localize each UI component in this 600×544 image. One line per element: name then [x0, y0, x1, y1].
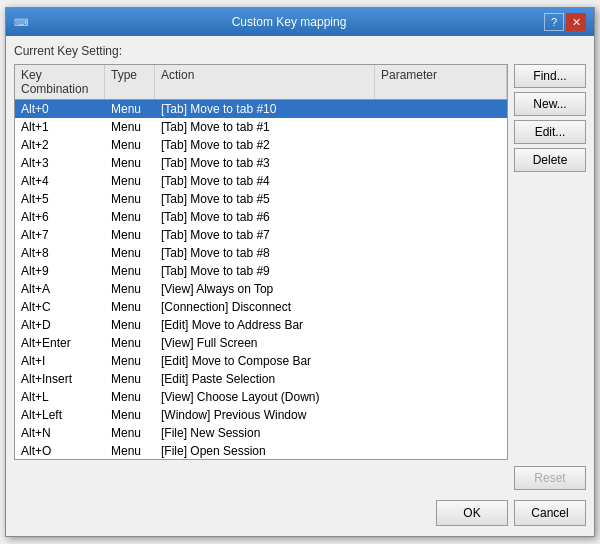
cell-param: [375, 216, 507, 218]
cell-key: Alt+Left: [15, 407, 105, 423]
header-parameter: Parameter: [375, 65, 507, 99]
cell-action: [Tab] Move to tab #1: [155, 119, 375, 135]
cell-action: [Connection] Disconnect: [155, 299, 375, 315]
cell-param: [375, 432, 507, 434]
table-row[interactable]: Alt+I Menu [Edit] Move to Compose Bar: [15, 352, 507, 370]
find-button[interactable]: Find...: [514, 64, 586, 88]
cell-type: Menu: [105, 137, 155, 153]
ok-button[interactable]: OK: [436, 500, 508, 526]
cell-key: Alt+5: [15, 191, 105, 207]
cell-type: Menu: [105, 389, 155, 405]
cell-action: [File] New Session: [155, 425, 375, 441]
table-row[interactable]: Alt+O Menu [File] Open Session: [15, 442, 507, 459]
table-row[interactable]: Alt+Insert Menu [Edit] Paste Selection: [15, 370, 507, 388]
cell-type: Menu: [105, 317, 155, 333]
table-row[interactable]: Alt+9 Menu [Tab] Move to tab #9: [15, 262, 507, 280]
cell-action: [Tab] Move to tab #10: [155, 101, 375, 117]
cell-action: [Window] Previous Window: [155, 407, 375, 423]
cell-type: Menu: [105, 245, 155, 261]
table-row[interactable]: Alt+2 Menu [Tab] Move to tab #2: [15, 136, 507, 154]
delete-button[interactable]: Delete: [514, 148, 586, 172]
cell-key: Alt+7: [15, 227, 105, 243]
cell-param: [375, 198, 507, 200]
cell-key: Alt+O: [15, 443, 105, 459]
edit-button[interactable]: Edit...: [514, 120, 586, 144]
cell-type: Menu: [105, 371, 155, 387]
cell-type: Menu: [105, 425, 155, 441]
cell-type: Menu: [105, 173, 155, 189]
cell-param: [375, 414, 507, 416]
cell-type: Menu: [105, 443, 155, 459]
cell-param: [375, 396, 507, 398]
cell-key: Alt+Insert: [15, 371, 105, 387]
reset-button[interactable]: Reset: [514, 466, 586, 490]
cell-type: Menu: [105, 335, 155, 351]
cell-param: [375, 342, 507, 344]
cell-param: [375, 126, 507, 128]
side-buttons: Find... New... Edit... Delete: [514, 64, 586, 460]
cell-key: Alt+8: [15, 245, 105, 261]
table-row[interactable]: Alt+A Menu [View] Always on Top: [15, 280, 507, 298]
cell-key: Alt+Enter: [15, 335, 105, 351]
main-area: Key Combination Type Action Parameter Al…: [14, 64, 586, 460]
table-row[interactable]: Alt+8 Menu [Tab] Move to tab #8: [15, 244, 507, 262]
table-row[interactable]: Alt+0 Menu [Tab] Move to tab #10: [15, 100, 507, 118]
new-button[interactable]: New...: [514, 92, 586, 116]
app-icon: ⌨: [14, 17, 34, 28]
table-header: Key Combination Type Action Parameter: [15, 65, 507, 100]
table-row[interactable]: Alt+5 Menu [Tab] Move to tab #5: [15, 190, 507, 208]
table-row[interactable]: Alt+3 Menu [Tab] Move to tab #3: [15, 154, 507, 172]
dialog-title: Custom Key mapping: [34, 15, 544, 29]
table-row[interactable]: Alt+Enter Menu [View] Full Screen: [15, 334, 507, 352]
bottom-buttons: OK Cancel: [14, 496, 586, 528]
cell-type: Menu: [105, 209, 155, 225]
table-row[interactable]: Alt+7 Menu [Tab] Move to tab #7: [15, 226, 507, 244]
cell-key: Alt+3: [15, 155, 105, 171]
cell-param: [375, 180, 507, 182]
cell-action: [Tab] Move to tab #2: [155, 137, 375, 153]
cell-param: [375, 360, 507, 362]
cell-action: [Tab] Move to tab #7: [155, 227, 375, 243]
cell-param: [375, 450, 507, 452]
cell-param: [375, 378, 507, 380]
cell-key: Alt+A: [15, 281, 105, 297]
table-scroll[interactable]: Alt+0 Menu [Tab] Move to tab #10 Alt+1 M…: [15, 100, 507, 459]
table-row[interactable]: Alt+L Menu [View] Choose Layout (Down): [15, 388, 507, 406]
cell-param: [375, 108, 507, 110]
table-row[interactable]: Alt+1 Menu [Tab] Move to tab #1: [15, 118, 507, 136]
cell-type: Menu: [105, 281, 155, 297]
table-row[interactable]: Alt+Left Menu [Window] Previous Window: [15, 406, 507, 424]
cell-param: [375, 234, 507, 236]
cell-type: Menu: [105, 227, 155, 243]
table-row[interactable]: Alt+D Menu [Edit] Move to Address Bar: [15, 316, 507, 334]
current-key-setting-label: Current Key Setting:: [14, 44, 586, 58]
table-row[interactable]: Alt+4 Menu [Tab] Move to tab #4: [15, 172, 507, 190]
cell-key: Alt+0: [15, 101, 105, 117]
cell-action: [View] Choose Layout (Down): [155, 389, 375, 405]
cell-type: Menu: [105, 119, 155, 135]
cell-action: [Tab] Move to tab #3: [155, 155, 375, 171]
cell-key: Alt+C: [15, 299, 105, 315]
table-row[interactable]: Alt+N Menu [File] New Session: [15, 424, 507, 442]
cell-action: [Tab] Move to tab #8: [155, 245, 375, 261]
close-button[interactable]: ✕: [566, 13, 586, 31]
cell-key: Alt+6: [15, 209, 105, 225]
cell-param: [375, 252, 507, 254]
cell-key: Alt+L: [15, 389, 105, 405]
title-bar: ⌨ Custom Key mapping ? ✕: [6, 8, 594, 36]
cell-param: [375, 270, 507, 272]
cell-type: Menu: [105, 155, 155, 171]
cell-action: [Tab] Move to tab #5: [155, 191, 375, 207]
key-table: Key Combination Type Action Parameter Al…: [14, 64, 508, 460]
help-button[interactable]: ?: [544, 13, 564, 31]
table-row[interactable]: Alt+6 Menu [Tab] Move to tab #6: [15, 208, 507, 226]
cell-action: [View] Always on Top: [155, 281, 375, 297]
cell-key: Alt+1: [15, 119, 105, 135]
cancel-button[interactable]: Cancel: [514, 500, 586, 526]
cell-action: [Edit] Paste Selection: [155, 371, 375, 387]
cell-type: Menu: [105, 191, 155, 207]
cell-key: Alt+D: [15, 317, 105, 333]
cell-type: Menu: [105, 263, 155, 279]
table-row[interactable]: Alt+C Menu [Connection] Disconnect: [15, 298, 507, 316]
cell-key: Alt+I: [15, 353, 105, 369]
